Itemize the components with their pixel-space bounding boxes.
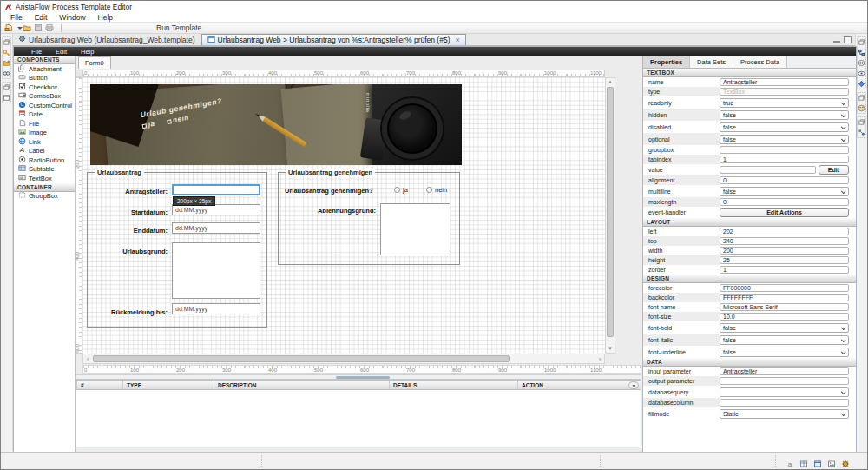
property-select-hidden[interactable]: false: [720, 110, 849, 120]
minimize-view-icon[interactable]: [833, 41, 840, 43]
property-select-optional[interactable]: false: [720, 135, 849, 144]
scroll-right-icon[interactable]: ›: [595, 354, 604, 363]
search-icon[interactable]: [3, 70, 10, 77]
property-input-backcolor[interactable]: [720, 294, 849, 301]
radio-circle-icon[interactable]: [394, 187, 400, 193]
property-input-forecolor[interactable]: [720, 284, 849, 292]
palette-item-subtable[interactable]: Subtable: [14, 165, 75, 175]
restore-view-icon[interactable]: [858, 38, 865, 46]
process-data-icon[interactable]: [858, 129, 865, 136]
property-input-output-parameter[interactable]: [720, 377, 849, 385]
restore-view-icon[interactable]: [3, 38, 10, 46]
property-input-name[interactable]: [720, 78, 849, 86]
restore-view-icon[interactable]: [858, 94, 865, 102]
strip-thumb[interactable]: [336, 376, 390, 379]
close-circle-icon[interactable]: [858, 59, 865, 67]
property-select-font-underline[interactable]: false: [720, 348, 849, 357]
table-column-action[interactable]: ACTION: [517, 381, 615, 389]
scroll-up-icon[interactable]: ▲: [606, 78, 615, 86]
property-input-groupbox[interactable]: [720, 146, 849, 154]
form-design-canvas[interactable]: Urlaub genehmigen? janein minolta Urlaub…: [82, 77, 605, 354]
property-select-multiline[interactable]: false: [720, 187, 849, 196]
groupbox-genehmigen[interactable]: Urlaubsantrag genehmigen Urlaubsantrag g…: [278, 172, 460, 265]
property-input-font-name[interactable]: [720, 303, 849, 311]
view-window-icon[interactable]: [3, 94, 10, 102]
groupbox-urlaubsantrag[interactable]: Urlaubsantrag Antragsteller: 200px × 25p…: [87, 172, 267, 328]
palette-item-customcontrol[interactable]: CCustomControl: [14, 101, 75, 110]
marker-icon[interactable]: a: [786, 456, 794, 470]
form-tab[interactable]: Form0: [78, 56, 111, 69]
edit-actions-button[interactable]: Edit Actions: [720, 208, 849, 217]
radio-ja[interactable]: ja: [394, 186, 408, 194]
window-icon[interactable]: [813, 456, 822, 470]
dataset-icon[interactable]: [858, 80, 865, 88]
settings-icon[interactable]: [841, 456, 850, 470]
table-column-description[interactable]: DESCRIPTION: [214, 381, 389, 389]
canvas-vertical-scrollbar[interactable]: ▲ ▼: [605, 77, 615, 354]
key-icon[interactable]: [3, 49, 10, 56]
radio-circle-icon[interactable]: [426, 187, 432, 193]
restore-view-icon[interactable]: [858, 118, 865, 126]
menu-item-edit[interactable]: Edit: [29, 13, 54, 22]
palette-item-checkbox[interactable]: Checkbox: [14, 83, 75, 92]
property-input-height[interactable]: [720, 256, 849, 264]
run-template-button[interactable]: Run Template: [156, 23, 201, 32]
menu-item-help[interactable]: Help: [92, 13, 119, 22]
scroll-left-icon[interactable]: ‹: [83, 354, 92, 363]
print-button[interactable]: [45, 23, 54, 32]
property-select-databasequery[interactable]: [720, 387, 849, 397]
property-select-font-italic[interactable]: false: [720, 335, 849, 345]
property-input-alignment[interactable]: [720, 176, 849, 184]
palette-item-groupbox[interactable]: GroupBox: [14, 192, 75, 202]
maximize-view-icon[interactable]: [844, 36, 852, 43]
radio-nein[interactable]: nein: [426, 186, 447, 194]
palette-item-date[interactable]: Date: [14, 110, 75, 120]
textbox-ablehnungsgrund[interactable]: [380, 203, 450, 255]
property-input-zorder[interactable]: [720, 266, 849, 274]
hscroll-thumb[interactable]: [93, 355, 510, 362]
palette-item-label[interactable]: ALabel: [14, 147, 75, 156]
property-input-left[interactable]: [720, 228, 849, 235]
property-input-type[interactable]: [720, 88, 849, 96]
palette-item-combobox[interactable]: ComboBox: [14, 92, 75, 102]
close-tab-icon[interactable]: ×: [455, 36, 459, 44]
property-input-maxlength[interactable]: [720, 198, 849, 206]
palette-item-image[interactable]: Image: [14, 129, 75, 138]
palette-item-radiobutton[interactable]: RadioButton: [14, 156, 75, 165]
palette-item-file[interactable]: File: [14, 119, 75, 129]
textbox-rueckmeldung[interactable]: dd.MM.yyyy: [172, 303, 260, 314]
scroll-down-icon[interactable]: ▼: [606, 345, 615, 353]
property-input-font-size[interactable]: [720, 313, 849, 321]
table-column-details[interactable]: DETAILS: [389, 381, 517, 389]
table-column-num[interactable]: #: [76, 381, 122, 389]
edit-value-button[interactable]: Edit: [819, 165, 849, 175]
property-select-fillmode[interactable]: Static: [720, 409, 849, 419]
property-input-value[interactable]: [720, 166, 816, 174]
property-input-input-parameter[interactable]: [720, 367, 849, 375]
textbox-antragsteller[interactable]: [172, 184, 260, 195]
menu-item-file[interactable]: File: [4, 13, 29, 22]
outline-icon[interactable]: [858, 49, 865, 56]
menu-item-edit[interactable]: Edit: [49, 48, 74, 56]
property-select-disabled[interactable]: false: [720, 122, 849, 132]
menu-item-window[interactable]: Window: [53, 13, 91, 22]
menu-item-file[interactable]: File: [24, 48, 49, 56]
palette-item-attachment[interactable]: Attachment: [14, 64, 75, 74]
tab-form-editor[interactable]: Urlaubsantrag Web > Urlaubsantrag von %s…: [201, 34, 466, 45]
vscroll-thumb[interactable]: [607, 87, 614, 337]
property-input-width[interactable]: [720, 247, 849, 255]
grid-view-icon[interactable]: [799, 456, 808, 470]
restore-view-icon[interactable]: [3, 83, 10, 91]
property-input-databasecolumn[interactable]: [720, 399, 849, 407]
open-button[interactable]: [23, 23, 31, 32]
preview-icon[interactable]: [858, 70, 865, 77]
property-input-top[interactable]: [720, 237, 849, 245]
textbox-enddatum[interactable]: dd.MM.yyyy: [172, 222, 260, 234]
new-template-button[interactable]: [4, 23, 13, 32]
property-select-readonly[interactable]: true: [720, 98, 849, 108]
tab-template-overview[interactable]: Urlaubsantrag Web (Urlaubsantrag_Web.tem…: [13, 34, 201, 45]
palette-item-link[interactable]: Link: [14, 137, 75, 147]
property-select-font-bold[interactable]: false: [720, 323, 849, 333]
table-menu-button[interactable]: ▾: [628, 381, 639, 389]
properties-tab-data-sets[interactable]: Data Sets: [690, 56, 733, 68]
